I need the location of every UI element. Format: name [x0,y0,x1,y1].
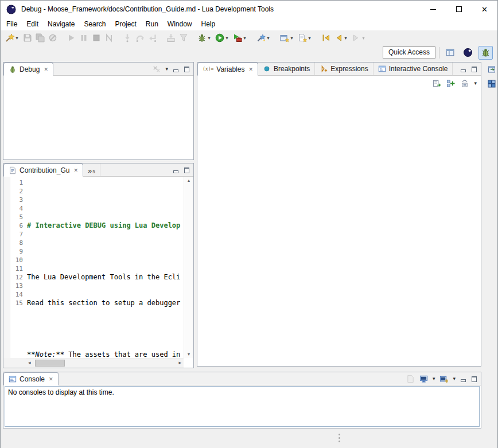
code-area[interactable]: # Interactive DEBUG using Lua Develop Th… [27,177,184,358]
close-window-button[interactable]: ✕ [472,1,497,18]
new-file-button[interactable]: ▾ [296,31,314,45]
tab-debug[interactable]: Debug ✕ [3,63,53,76]
drop-to-frame-button[interactable] [165,31,177,45]
forward-history-button[interactable]: ▾ [350,31,368,45]
debug-view-content[interactable] [3,76,193,159]
terminate-button[interactable] [90,31,103,45]
variables-view-toolbar: ▾ [197,76,481,89]
tab-breakpoints[interactable]: Breakpoints [258,63,315,75]
open-console-icon[interactable] [439,375,448,383]
debug-button[interactable]: ▾ [196,31,213,45]
wand-dropdown[interactable]: ▾ [266,36,271,41]
debug-dropdown[interactable]: ▾ [207,36,212,41]
open-console-dropdown[interactable]: ▾ [453,376,456,381]
menu-search[interactable]: Search [79,18,110,30]
step-return-button[interactable] [146,31,159,45]
wand-button[interactable]: ▾ [255,31,273,45]
variables-view-menu-icon[interactable]: ▾ [474,80,477,86]
close-debug-tab-icon[interactable]: ✕ [44,67,48,72]
tab-expressions[interactable]: Expressions [315,63,373,75]
remove-all-terminated-icon[interactable] [152,65,161,73]
editor-tab-overflow-chevron[interactable]: » 5 [83,163,100,176]
line-number: 13 [10,282,23,290]
menu-navigate[interactable]: Navigate [43,18,79,30]
line-number-ruler[interactable]: 1 2 3 4 5 6 7 8 9 10 11 12 13 14 15 [10,177,26,358]
editor-horizontal-scrollbar[interactable]: ◂ ▸ [26,358,184,368]
maximize-view-icon[interactable] [184,66,190,72]
editor-vertical-scrollbar[interactable]: ▴ ▾ [184,177,193,358]
annotation-ruler[interactable] [3,177,10,358]
show-columns-icon[interactable] [446,79,455,88]
scroll-down-icon[interactable]: ▾ [184,352,193,357]
disconnect-button[interactable] [103,31,115,45]
back-history-button[interactable]: ▾ [332,31,350,45]
horizontal-scroll-thumb[interactable] [35,360,65,367]
tab-contribution-guide[interactable]: Contribution_Gu ✕ [3,163,83,177]
save-all-button[interactable] [34,31,46,45]
tab-variables[interactable]: (x)= Variables ✕ [197,63,258,76]
new-wizard-dropdown[interactable]: ▾ [14,36,20,41]
scroll-right-icon[interactable]: ▸ [178,360,181,365]
suspend-button[interactable] [77,31,90,45]
back-history-dropdown[interactable]: ▾ [343,36,348,41]
display-selected-console-dropdown[interactable]: ▾ [433,376,435,381]
menu-project[interactable]: Project [110,18,141,30]
editor-tab-header: Contribution_Gu ✕ » 5 [3,163,193,177]
menu-run[interactable]: Run [141,18,163,30]
sash-grip[interactable] [339,434,340,442]
scroll-up-icon[interactable]: ▴ [184,178,193,183]
menu-help[interactable]: Help [197,18,220,30]
menu-window[interactable]: Window [163,18,197,30]
new-project-button[interactable]: ▾ [278,31,296,45]
save-all-icon [36,33,45,42]
close-editor-tab-icon[interactable]: ✕ [73,167,78,173]
step-into-button[interactable] [121,31,134,45]
display-selected-console-icon[interactable] [419,375,428,383]
maximize-console-icon[interactable] [471,376,477,382]
debug-perspective-button[interactable] [478,46,493,60]
minimize-console-icon[interactable] [460,376,466,382]
debug-view-icon [9,65,17,73]
menu-file[interactable]: File [2,18,22,30]
maximize-view-icon[interactable] [471,66,477,72]
menu-edit[interactable]: Edit [22,18,43,30]
new-project-dropdown[interactable]: ▾ [289,36,294,41]
lua-perspective-button[interactable] [461,46,475,60]
minimized-view-restore-icon[interactable] [487,65,496,74]
minimize-window-button[interactable] [420,1,446,18]
close-icon: ✕ [481,6,488,13]
skip-all-breakpoints-button[interactable] [46,31,59,45]
last-edit-location-button[interactable] [320,31,332,45]
external-tools-button[interactable]: ▾ [231,31,249,45]
pin-console-icon[interactable] [406,375,415,383]
minimized-view-palette-icon[interactable] [487,79,496,88]
external-tools-dropdown[interactable]: ▾ [242,36,247,41]
maximize-editor-icon[interactable] [184,167,190,173]
tab-console[interactable]: Console ✕ [3,372,59,385]
minimize-view-icon[interactable] [460,66,466,72]
run-button[interactable]: ▾ [213,31,231,45]
new-file-dropdown[interactable]: ▾ [307,36,312,41]
forward-history-dropdown[interactable]: ▾ [361,36,366,41]
tab-interactive-console[interactable]: Interactive Console [374,63,453,75]
collapse-all-icon[interactable] [460,79,469,88]
variables-view-content[interactable] [197,89,481,366]
run-dropdown[interactable]: ▾ [224,36,229,41]
close-console-tab-icon[interactable]: ✕ [49,376,53,382]
minimize-editor-icon[interactable] [173,167,179,173]
save-button[interactable] [21,31,34,45]
resume-button[interactable] [65,31,77,45]
open-perspective-button[interactable] [443,46,457,60]
quick-access-field[interactable]: Quick Access [383,46,435,59]
menubar: File Edit Navigate Search Project Run Wi… [1,18,497,30]
console-content[interactable]: No consoles to display at this time. [5,386,480,427]
debug-view-menu-icon[interactable]: ▾ [165,66,168,72]
use-step-filters-button[interactable] [177,31,190,45]
scroll-left-icon[interactable]: ◂ [28,360,31,365]
minimize-view-icon[interactable] [173,66,179,72]
close-variables-tab-icon[interactable]: ✕ [248,67,253,72]
show-logical-structure-icon[interactable] [433,79,441,88]
maximize-window-button[interactable] [446,1,472,18]
step-over-button[interactable] [134,31,146,45]
new-wizard-button[interactable]: ▾ [3,31,21,45]
